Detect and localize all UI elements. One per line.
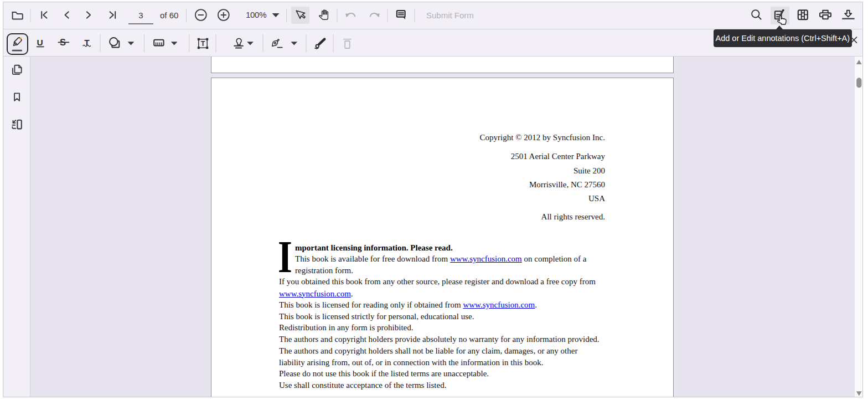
svg-text:T: T xyxy=(201,40,205,48)
svg-text:U: U xyxy=(37,38,43,47)
